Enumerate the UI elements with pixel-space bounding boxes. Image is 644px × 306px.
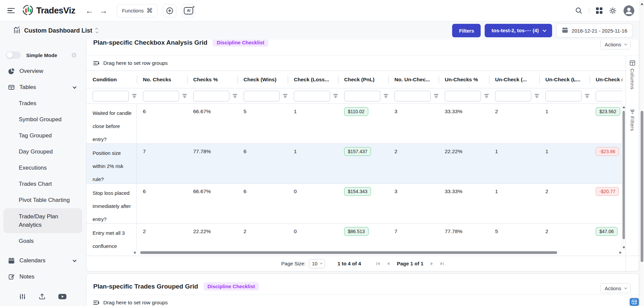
row-group-drop-zone[interactable]: Drag here to set row groups [87,55,639,71]
actions-button[interactable]: Actions [600,39,631,49]
filter-input-check-loss[interactable] [294,91,330,101]
filter-funnel-icon[interactable] [535,94,539,98]
filter-input-uncheck-loss[interactable] [545,91,582,101]
simple-mode-toggle[interactable] [6,51,21,59]
scroll-up-arrow-icon[interactable] [623,106,625,108]
filter-input-unchecks-pct[interactable] [445,91,481,101]
sidebar-item-trades[interactable]: Trades [0,95,86,112]
cell-uncheck-loss: 2 [539,184,590,223]
scroll-down-arrow-icon[interactable] [623,247,625,249]
column-header-uncheck-pnl[interactable]: Un-Check (P... [590,71,622,88]
hamburger-menu-icon[interactable] [7,7,15,15]
page-scrollbar[interactable] [640,0,644,306]
filter-funnel-icon[interactable] [484,94,489,98]
tradesviz-logo[interactable]: TradesViz [22,4,75,17]
dashboard-sort-icon[interactable] [96,28,98,33]
sidebar-item-notes[interactable]: Notes [0,269,86,285]
filter-input-no-checks[interactable] [143,91,179,101]
scroll-right-arrow-icon[interactable] [620,251,622,254]
table-row[interactable]: Stop loss placed immediately after entry… [87,184,622,224]
cell-uncheck-wins: 1 [489,184,539,223]
grid-vertical-scrollbar-thumb[interactable] [623,111,625,239]
scroll-left-arrow-icon[interactable] [133,251,136,254]
filter-input-check-wins[interactable] [244,91,280,101]
filter-funnel-icon[interactable] [233,94,237,98]
youtube-icon[interactable] [58,293,66,300]
filter-input-uncheck-pnl[interactable] [596,91,622,101]
actions-button[interactable]: Actions [600,283,631,293]
column-header-check-wins[interactable]: Check (Wins) [237,71,288,88]
grid-rows-viewport: Waited for candle close before entry? 6 … [87,104,622,250]
ai-chat-button[interactable]: AI✦ [182,4,195,17]
table-row[interactable]: Position size within 2% risk rule? 7 77.… [87,144,622,184]
table-row[interactable]: Waited for candle close before entry? 6 … [87,104,622,144]
filter-input-checks-pct[interactable] [193,91,229,101]
column-header-condition[interactable]: Condition [87,71,137,88]
sidebar-item-symbol-grouped[interactable]: Symbol Grouped [0,112,86,128]
sidebar-item-tables[interactable]: Tables [0,79,86,95]
tab-filters[interactable]: Filters [626,105,639,131]
page-scrollbar-thumb[interactable] [641,111,643,262]
column-header-unchecks-pct[interactable]: Un-Checks % [439,71,489,88]
page-scroll-up-arrow-icon[interactable] [641,3,643,5]
filter-funnel-icon[interactable] [132,94,137,98]
pnl-badge: $23.562 [596,107,620,116]
previous-page-button[interactable] [387,262,389,265]
page-size-select[interactable]: 10 [309,259,325,268]
sidebar-item-calendars[interactable]: Calendars [0,253,86,269]
upload-icon[interactable] [39,293,46,300]
sidebar-item-pivot-table-charting[interactable]: Pivot Table Charting [0,192,86,208]
sidebar-item-tag-grouped[interactable]: Tag Grouped [0,128,86,144]
sidebar-item-trade-day-plan-analytics[interactable]: Trade/Day Plan Analytics [3,208,82,233]
filter-funnel-icon[interactable] [585,94,589,98]
sidebar-item-goals[interactable]: Goals [0,233,86,249]
column-header-uncheck-loss[interactable]: Un-Check (L... [539,71,590,88]
horizontal-scrollbar-thumb[interactable] [140,251,557,254]
column-header-checks-pct[interactable]: Checks % [187,71,237,88]
column-header-uncheck-wins[interactable]: Un-Check (... [489,71,539,88]
column-header-no-checks[interactable]: No. Checks [137,71,187,88]
horizontal-scrollbar[interactable] [137,250,622,255]
dashboard-chart-icon [13,26,21,35]
forward-arrow-icon[interactable]: → [99,6,107,15]
last-page-button[interactable] [440,262,444,265]
search-icon[interactable] [575,7,582,14]
tab-columns[interactable]: Columns [626,55,639,90]
row-groups-icon [93,300,99,305]
sidebar-item-executions[interactable]: Executions [0,160,86,176]
cell-no-checks: 2 [137,224,187,250]
sidebar-item-day-grouped[interactable]: Day Grouped [0,144,86,160]
column-header-check-pnl[interactable]: Check (PnL) [338,71,388,88]
theme-toggle-sun-icon[interactable] [609,7,616,14]
apps-grid-icon[interactable] [596,7,602,14]
filter-funnel-icon[interactable] [182,94,187,98]
gear-icon[interactable]: ⚙ [71,51,77,59]
corner-grid-widget[interactable] [630,298,639,306]
table-row[interactable]: Entry met all 3 confluence 2 22.22% 2 0 … [87,224,622,250]
filters-button-label: Filters [459,28,474,34]
filter-input-uncheck-wins[interactable] [495,91,531,101]
column-header-check-loss[interactable]: Check (Loss... [288,71,338,88]
next-page-button[interactable] [431,262,433,265]
filter-funnel-icon[interactable] [384,94,388,98]
user-avatar[interactable] [623,5,635,16]
filter-funnel-icon[interactable] [434,94,438,98]
row-group-drop-zone[interactable]: Drag here to set row groups [87,295,639,306]
settings-sliders-icon[interactable] [19,293,26,300]
filter-input-no-unchecks[interactable] [394,91,431,101]
accounts-dropdown[interactable]: tos-test-2, tos-⋯ (4) [485,24,552,37]
back-arrow-icon[interactable]: ← [85,6,93,15]
filter-funnel-icon[interactable] [333,94,338,98]
filter-input-condition[interactable] [93,91,129,101]
date-range-picker[interactable]: 2016-12-21 - 2025-11-16 [556,24,633,38]
add-widget-button[interactable] [163,4,176,17]
sidebar-item-overview[interactable]: Overview [0,63,86,79]
filter-funnel-icon[interactable] [283,94,287,98]
functions-button[interactable]: Functions ⌘ [117,4,158,17]
filters-button[interactable]: Filters [452,24,481,37]
column-header-no-unchecks[interactable]: No. Un-Chec... [388,71,439,88]
grid-vertical-scrollbar[interactable] [622,104,626,251]
sidebar-item-trades-chart[interactable]: Trades Chart [0,176,86,192]
filter-input-check-pnl[interactable] [344,91,380,101]
first-page-button[interactable] [376,262,380,265]
